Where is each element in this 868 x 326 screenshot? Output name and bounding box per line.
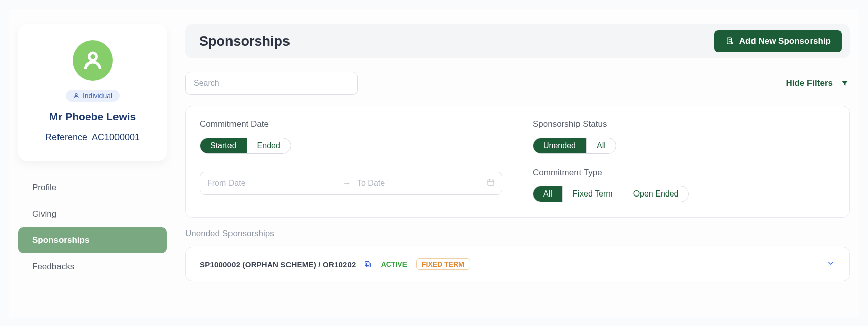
commitment-type-toggle: All Fixed Term Open Ended bbox=[533, 186, 689, 202]
account-type-badge: Individual bbox=[66, 90, 120, 102]
sponsorship-status-toggle: Unended All bbox=[533, 138, 616, 154]
filter-icon bbox=[840, 78, 850, 88]
calendar-icon bbox=[487, 178, 495, 188]
term-badge: FIXED TERM bbox=[416, 258, 470, 270]
commitment-date-ended[interactable]: Ended bbox=[247, 138, 291, 153]
person-icon bbox=[82, 49, 104, 72]
nav-item-profile[interactable]: Profile bbox=[18, 175, 167, 201]
list-section-label: Unended Sponsorships bbox=[185, 229, 850, 239]
commitment-type-label: Commitment Type bbox=[533, 168, 835, 178]
to-date-placeholder: To Date bbox=[357, 179, 487, 188]
document-add-icon bbox=[725, 37, 734, 46]
status-all[interactable]: All bbox=[586, 138, 616, 153]
hide-filters-toggle[interactable]: Hide Filters bbox=[786, 78, 850, 88]
svg-point-1 bbox=[75, 94, 77, 96]
nav-item-giving[interactable]: Giving bbox=[18, 201, 167, 227]
type-all[interactable]: All bbox=[533, 186, 562, 202]
profile-card: Individual Mr Phoebe Lewis Reference AC1… bbox=[18, 24, 167, 161]
chevron-down-icon[interactable] bbox=[826, 258, 835, 270]
copy-icon[interactable] bbox=[363, 259, 372, 269]
sponsorship-title: SP1000002 (ORPHAN SCHEME) / OR10202 bbox=[200, 260, 356, 269]
person-icon bbox=[73, 92, 80, 99]
from-date-placeholder: From Date bbox=[207, 179, 337, 188]
search-input[interactable] bbox=[185, 72, 358, 95]
filter-panel: Commitment Date Started Ended From Date … bbox=[185, 106, 850, 218]
svg-rect-5 bbox=[365, 262, 369, 266]
commitment-date-toggle: Started Ended bbox=[200, 138, 291, 154]
nav-item-feedbacks[interactable]: Feedbacks bbox=[18, 253, 167, 280]
status-unended[interactable]: Unended bbox=[533, 138, 586, 153]
type-open-ended[interactable]: Open Ended bbox=[623, 186, 689, 202]
account-type-label: Individual bbox=[83, 92, 112, 100]
commitment-date-started[interactable]: Started bbox=[200, 138, 247, 153]
svg-point-0 bbox=[89, 53, 96, 60]
status-badge: ACTIVE bbox=[379, 259, 409, 269]
svg-rect-4 bbox=[366, 263, 370, 267]
arrow-right-icon: → bbox=[337, 179, 357, 188]
profile-reference: Reference AC1000001 bbox=[28, 132, 157, 143]
sidebar-nav: Profile Giving Sponsorships Feedbacks bbox=[18, 175, 167, 280]
avatar bbox=[73, 40, 113, 81]
profile-name: Mr Phoebe Lewis bbox=[28, 111, 157, 123]
add-sponsorship-button[interactable]: Add New Sponsorship bbox=[714, 30, 842, 52]
page-header: Sponsorships Add New Sponsorship bbox=[185, 24, 850, 58]
sponsorship-list-item[interactable]: SP1000002 (ORPHAN SCHEME) / OR10202 ACTI… bbox=[185, 247, 850, 281]
commitment-date-label: Commitment Date bbox=[200, 119, 502, 129]
type-fixed-term[interactable]: Fixed Term bbox=[562, 186, 623, 202]
svg-rect-3 bbox=[488, 180, 494, 185]
nav-item-sponsorships[interactable]: Sponsorships bbox=[18, 227, 167, 253]
sponsorship-status-label: Sponsorship Status bbox=[533, 119, 835, 129]
page-title: Sponsorships bbox=[199, 34, 290, 49]
date-range-picker[interactable]: From Date → To Date bbox=[200, 172, 502, 195]
